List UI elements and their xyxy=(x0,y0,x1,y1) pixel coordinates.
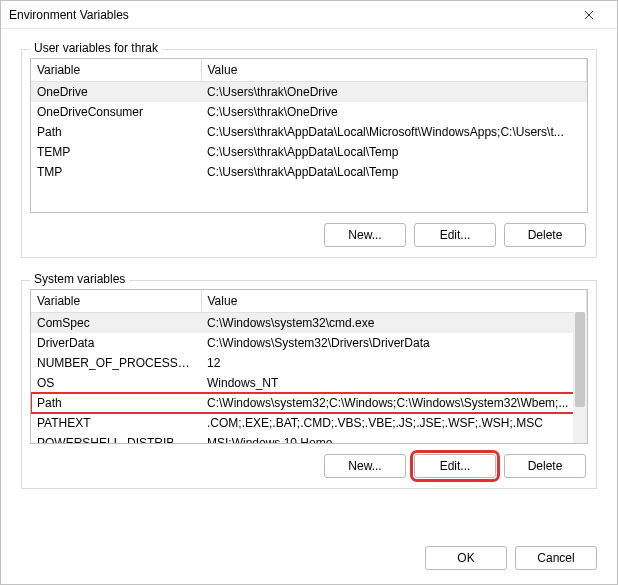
column-header-variable[interactable]: Variable xyxy=(31,290,201,313)
dialog-title: Environment Variables xyxy=(9,8,569,22)
table-row[interactable]: ComSpec C:\Windows\system32\cmd.exe xyxy=(31,313,587,334)
environment-variables-dialog: Environment Variables User variables for… xyxy=(0,0,618,585)
close-button[interactable] xyxy=(569,2,609,28)
cell-variable: DriverData xyxy=(31,333,201,353)
table-row[interactable]: Path C:\Users\thrak\AppData\Local\Micros… xyxy=(31,122,587,142)
table-row[interactable]: PATHEXT .COM;.EXE;.BAT;.CMD;.VBS;.VBE;.J… xyxy=(31,413,587,433)
user-variables-table-wrapper: Variable Value OneDrive C:\Users\thrak\O… xyxy=(30,58,588,213)
system-variables-group: System variables Variable Value ComSpec … xyxy=(21,280,597,489)
cell-variable: Path xyxy=(31,393,201,413)
user-variables-label: User variables for thrak xyxy=(30,41,162,55)
dialog-footer: OK Cancel xyxy=(1,536,617,584)
new-button[interactable]: New... xyxy=(324,454,406,478)
cell-variable: ComSpec xyxy=(31,313,201,334)
table-header-row: Variable Value xyxy=(31,59,587,82)
cell-variable: PATHEXT xyxy=(31,413,201,433)
cell-value: Windows_NT xyxy=(201,373,587,393)
delete-button[interactable]: Delete xyxy=(504,454,586,478)
cell-value: C:\Users\thrak\OneDrive xyxy=(201,102,587,122)
table-row[interactable]: DriverData C:\Windows\System32\Drivers\D… xyxy=(31,333,587,353)
close-icon xyxy=(584,10,594,20)
system-variables-table-wrapper: Variable Value ComSpec C:\Windows\system… xyxy=(30,289,588,444)
cancel-button[interactable]: Cancel xyxy=(515,546,597,570)
cell-value: C:\Windows\system32\cmd.exe xyxy=(201,313,587,334)
user-variables-table[interactable]: Variable Value OneDrive C:\Users\thrak\O… xyxy=(31,59,587,182)
cell-variable: TEMP xyxy=(31,142,201,162)
cell-variable: TMP xyxy=(31,162,201,182)
cell-value: C:\Windows\system32;C:\Windows;C:\Window… xyxy=(201,393,587,413)
table-row[interactable]: OS Windows_NT xyxy=(31,373,587,393)
table-row[interactable]: POWERSHELL_DISTRIBUTIO... MSI:Windows 10… xyxy=(31,433,587,444)
cell-variable: NUMBER_OF_PROCESSORS xyxy=(31,353,201,373)
table-row-path-highlighted[interactable]: Path C:\Windows\system32;C:\Windows;C:\W… xyxy=(31,393,587,413)
cell-value: C:\Users\thrak\AppData\Local\Temp xyxy=(201,142,587,162)
system-variables-label: System variables xyxy=(30,272,129,286)
user-button-row: New... Edit... Delete xyxy=(30,223,588,247)
edit-button-highlighted[interactable]: Edit... xyxy=(414,454,496,478)
cell-variable: POWERSHELL_DISTRIBUTIO... xyxy=(31,433,201,444)
system-variables-table[interactable]: Variable Value ComSpec C:\Windows\system… xyxy=(31,290,587,444)
cell-value: .COM;.EXE;.BAT;.CMD;.VBS;.VBE;.JS;.JSE;.… xyxy=(201,413,587,433)
system-button-row: New... Edit... Delete xyxy=(30,454,588,478)
column-header-value[interactable]: Value xyxy=(201,290,587,313)
table-row[interactable]: NUMBER_OF_PROCESSORS 12 xyxy=(31,353,587,373)
cell-variable: OS xyxy=(31,373,201,393)
table-row[interactable]: TMP C:\Users\thrak\AppData\Local\Temp xyxy=(31,162,587,182)
ok-button[interactable]: OK xyxy=(425,546,507,570)
table-row[interactable]: OneDrive C:\Users\thrak\OneDrive xyxy=(31,82,587,103)
table-row[interactable]: OneDriveConsumer C:\Users\thrak\OneDrive xyxy=(31,102,587,122)
cell-value: MSI:Windows 10 Home xyxy=(201,433,587,444)
delete-button[interactable]: Delete xyxy=(504,223,586,247)
dialog-content: User variables for thrak Variable Value … xyxy=(1,29,617,536)
cell-value: C:\Users\thrak\AppData\Local\Microsoft\W… xyxy=(201,122,587,142)
new-button[interactable]: New... xyxy=(324,223,406,247)
cell-variable: OneDrive xyxy=(31,82,201,103)
scroll-thumb[interactable] xyxy=(575,312,585,407)
cell-variable: Path xyxy=(31,122,201,142)
column-header-variable[interactable]: Variable xyxy=(31,59,201,82)
cell-value: C:\Users\thrak\AppData\Local\Temp xyxy=(201,162,587,182)
cell-value: C:\Windows\System32\Drivers\DriverData xyxy=(201,333,587,353)
column-header-value[interactable]: Value xyxy=(201,59,587,82)
edit-button[interactable]: Edit... xyxy=(414,223,496,247)
user-variables-group: User variables for thrak Variable Value … xyxy=(21,49,597,258)
cell-variable: OneDriveConsumer xyxy=(31,102,201,122)
titlebar: Environment Variables xyxy=(1,1,617,29)
cell-value: C:\Users\thrak\OneDrive xyxy=(201,82,587,103)
scrollbar[interactable] xyxy=(573,312,587,443)
table-row[interactable]: TEMP C:\Users\thrak\AppData\Local\Temp xyxy=(31,142,587,162)
table-header-row: Variable Value xyxy=(31,290,587,313)
cell-value: 12 xyxy=(201,353,587,373)
